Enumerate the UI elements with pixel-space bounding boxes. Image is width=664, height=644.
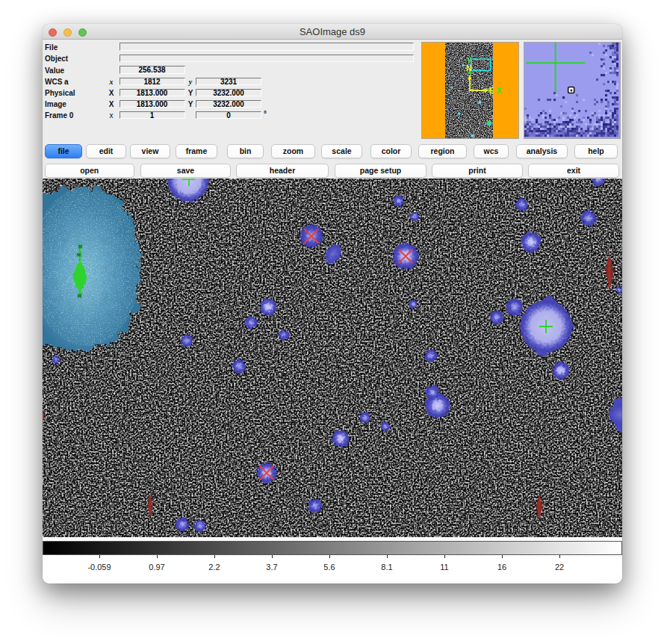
svg-text:X: X <box>497 87 502 95</box>
svg-text:E: E <box>489 87 494 95</box>
svg-text:N: N <box>466 64 471 72</box>
